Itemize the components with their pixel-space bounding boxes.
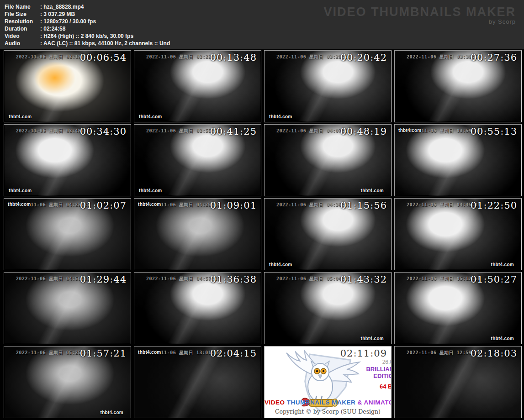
camera-osd-timestamp: 2022-11-06 星期日 03:22:09 — [146, 54, 220, 60]
video-codec-label: Video — [5, 32, 40, 40]
video-thumbnail: 2022-11-06 星期日 04:50:35 01:29:44 — [4, 272, 131, 344]
elapsed-time-overlay: 00:34:30 — [80, 126, 127, 137]
duration-value: 02:24:58 — [40, 26, 65, 32]
video-thumbnail: 2022-11-06 星期日 05:25:56 01:57:21 thbt4.c… — [4, 346, 131, 418]
camera-osd-timestamp: 2022-11-06 星期日 03:55:51 — [146, 128, 220, 134]
vtm-logo-thumbnail: 02:11:09 26.0.0 BRILLIANT EDITION 64 BIT… — [264, 346, 392, 418]
file-name-value: hza_88828.mp4 — [40, 4, 84, 10]
elapsed-time-overlay: 01:22:50 — [471, 200, 517, 211]
resolution-label: Resolution — [5, 18, 40, 25]
audio-codec-value: AAC (LC) :: 81 kbps, 44100 Hz, 2 channel… — [40, 40, 170, 47]
duration-label: Duration — [5, 25, 40, 32]
elapsed-time-overlay: 00:06:54 — [80, 52, 127, 63]
camera-osd-timestamp: 2022-11-06 星期日 03:29:33 — [276, 54, 350, 60]
video-thumbnail: 2022-11-06 星期日 04:07:10 00:48:19 thbt4.c… — [264, 124, 392, 196]
elapsed-time-overlay: 01:50:27 — [471, 274, 517, 285]
brand-title: VIDEO THUMBNAILS MAKER — [324, 5, 516, 18]
product-name-part3: & ANIMATOR — [358, 399, 392, 406]
video-thumbnail: 2022-11-06 星期日 03:22:09 00:13:48 thbt4.c… — [134, 50, 261, 122]
brand-byline: by Scorp — [324, 18, 516, 25]
video-thumbnail: 2022-11-06 星期日 03:55:51 00:41:25 thbt4.c… — [134, 124, 261, 196]
elapsed-time-overlay: 01:15:56 — [340, 200, 387, 211]
camera-osd-timestamp: 2022-11-06 星期日 05:12:58 — [407, 276, 481, 282]
elapsed-time-overlay: 00:55:13 — [471, 126, 517, 137]
logo-side-info: 26.0.0 BRILLIANT EDITION 64 BIT — [366, 359, 392, 390]
elapsed-time-overlay: 02:18:03 — [471, 348, 517, 359]
video-codec-row: VideoH264 (High) :: 2 840 kb/s, 30.00 fp… — [5, 32, 524, 40]
elapsed-time-overlay: 01:57:21 — [80, 348, 127, 359]
product-name-part2: THUMBNAILS MAKER — [287, 399, 356, 406]
video-thumbnail: 2022-11-06 星期日 05:12:58 01:50:27 thbt4.c… — [394, 272, 522, 344]
camera-osd-timestamp: 2022-11-06 星期日 03:48:25 — [16, 128, 90, 134]
elapsed-time-overlay: 00:13:48 — [210, 52, 257, 63]
camera-osd-timestamp: 2022-11-06 星期日 05:04:05 — [276, 276, 350, 282]
header: File Namehza_88828.mp4 File Size3 037.29… — [0, 0, 524, 49]
elapsed-time-overlay: 00:41:25 — [210, 126, 257, 137]
file-size-value: 3 037.29 MB — [40, 11, 75, 17]
site-watermark: thbt4.com — [9, 188, 32, 193]
elapsed-time-overlay: 01:02:07 — [80, 200, 127, 211]
video-thumbnail: 2022-11-06 星期日 05:04:05 01:43:32 thbt4.c… — [264, 272, 392, 344]
elapsed-time-overlay: 02:04:15 — [210, 348, 257, 359]
elapsed-time-overlay: 01:29:44 — [80, 274, 127, 285]
video-thumbnail: 2022-11-06 星期日 04:36:43 01:15:56 thbt4.c… — [264, 198, 392, 270]
video-thumbnail: 2022-11-06 星期日 04:29:49 01:09:01 thbt4.c… — [134, 198, 261, 270]
site-watermark: thbt4.com — [8, 202, 31, 207]
site-watermark: thbt4.com — [398, 128, 421, 133]
version-number: 26.0.0 — [366, 359, 392, 366]
video-thumbnail: 2022-11-06 星期日 03:39:59 00:27:36 — [394, 50, 522, 122]
camera-osd-timestamp: 2022-11-06 星期日 05:25:56 — [16, 350, 90, 356]
thumbnail-grid: 2022-11-06 星期日 03:12:27 00:06:54 thbt4.c… — [0, 49, 524, 420]
site-watermark: thbt4.com — [9, 114, 32, 119]
copyright-line: Copyright © by Scorp (SUU Design) — [265, 408, 391, 415]
site-watermark: thbt4.com — [269, 114, 292, 119]
site-watermark: thbt4.com — [139, 188, 162, 193]
site-watermark: thbt4.com — [139, 114, 162, 119]
file-size-label: File Size — [5, 10, 40, 18]
camera-osd-timestamp: 2022-11-06 星期日 03:12:27 — [16, 54, 90, 60]
edition-line2: EDITION — [366, 373, 392, 379]
file-name-label: File Name — [5, 3, 40, 10]
site-watermark: thbt4.com — [491, 262, 514, 267]
video-thumbnail: 2022-11-06 星期日 04:22:27 01:02:07 thbt4.c… — [4, 198, 131, 270]
audio-codec-label: Audio — [5, 40, 40, 47]
camera-osd-timestamp: 2022-11-06 星期日 03:39:59 — [407, 54, 481, 60]
video-thumbnail: 2022-11-06 星期日 04:45:03 01:22:50 thbt4.c… — [394, 198, 522, 270]
video-thumbnail: 2022-11-06 星期日 13:01:08 02:04:15 thbt4.c… — [134, 346, 261, 418]
camera-osd-timestamp: 2022-11-06 星期日 04:36:43 — [276, 202, 350, 208]
camera-osd-timestamp: 2022-11-06 星期日 12:59:28 — [407, 350, 481, 356]
elapsed-time-overlay: 00:27:36 — [471, 52, 517, 63]
camera-osd-timestamp: 2022-11-06 星期日 04:57:10 — [146, 276, 220, 282]
site-watermark: thbt4.com — [361, 336, 384, 341]
audio-codec-row: AudioAAC (LC) :: 81 kbps, 44100 Hz, 2 ch… — [5, 40, 524, 47]
video-thumbnail: 2022-11-06 星期日 03:48:25 00:34:30 thbt4.c… — [4, 124, 131, 196]
camera-osd-timestamp: 2022-11-06 星期日 04:45:03 — [407, 202, 481, 208]
edition-line1: BRILLIANT — [366, 366, 392, 373]
brand-wordmark: VIDEO THUMBNAILS MAKER by Scorp — [324, 5, 516, 25]
duration-row: Duration02:24:58 — [5, 25, 524, 32]
site-watermark: thbt4.com — [269, 262, 292, 267]
video-thumbnail: 2022-11-06 星期日 03:59:13 00:55:13 thbt4.c… — [394, 124, 522, 196]
site-watermark: thbt4.com — [361, 188, 384, 193]
video-codec-value: H264 (High) :: 2 840 kb/s, 30.00 fps — [40, 33, 133, 39]
elapsed-time-overlay: 02:11:09 — [340, 348, 387, 359]
video-thumbnail: 2022-11-06 星期日 04:57:10 01:36:38 — [134, 272, 261, 344]
resolution-value: 1280x720 / 30.00 fps — [40, 18, 96, 25]
product-name-part1: VIDEO — [265, 399, 285, 406]
elapsed-time-overlay: 01:36:38 — [210, 274, 257, 285]
elapsed-time-overlay: 00:20:42 — [340, 52, 387, 63]
video-thumbnail: 2022-11-06 星期日 03:29:33 00:20:42 thbt4.c… — [264, 50, 392, 122]
product-name: VIDEO THUMBNAILS MAKER & ANIMATOR — [265, 399, 391, 406]
elapsed-time-overlay: 01:43:32 — [340, 274, 387, 285]
video-thumbnail: 2022-11-06 星期日 12:59:28 02:18:03 — [394, 346, 522, 418]
site-watermark: thbt4.com — [138, 350, 161, 355]
site-watermark: thbt4.com — [138, 202, 161, 207]
video-thumbnail: 2022-11-06 星期日 03:12:27 00:06:54 thbt4.c… — [4, 50, 131, 122]
site-watermark: thbt4.com — [101, 410, 123, 415]
camera-osd-timestamp: 2022-11-06 星期日 04:50:35 — [16, 276, 90, 282]
site-watermark: thbt4.com — [491, 336, 514, 341]
camera-osd-timestamp: 2022-11-06 星期日 04:07:10 — [276, 128, 350, 134]
elapsed-time-overlay: 00:48:19 — [340, 126, 387, 137]
elapsed-time-overlay: 01:09:01 — [210, 200, 257, 211]
bits-label: 64 BIT — [366, 383, 392, 390]
